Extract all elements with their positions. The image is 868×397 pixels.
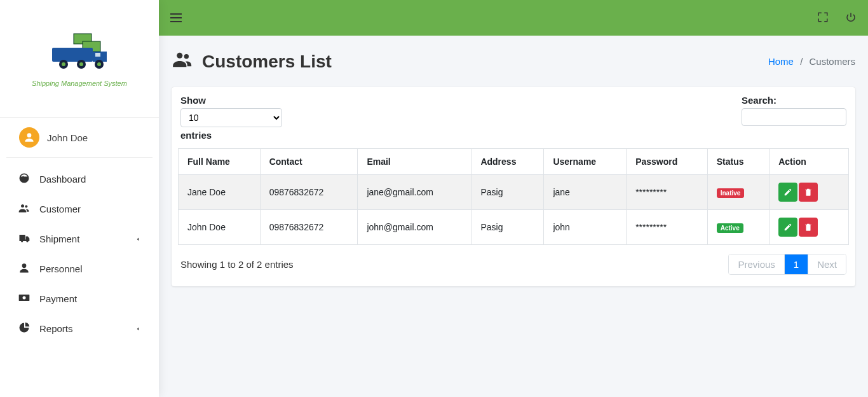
search-input[interactable] (742, 108, 846, 126)
user-name: John Doe (47, 132, 88, 143)
cell-address: Pasig (471, 175, 544, 210)
pagination-prev[interactable]: Previous (729, 254, 784, 274)
col-username[interactable]: Username (544, 149, 627, 175)
person-icon (18, 261, 31, 276)
power-button[interactable] (845, 11, 857, 25)
length-control: Show 10 entries (180, 95, 282, 141)
col-address[interactable]: Address (471, 149, 544, 175)
table-row: John Doe09876832672john@gmail.comPasigjo… (179, 210, 849, 245)
sidebar: Shipping Management System John Doe Dash… (0, 0, 159, 397)
cell-password: ********* (627, 175, 708, 210)
pagination-next[interactable]: Next (808, 254, 846, 274)
cell-contact: 09876832672 (260, 210, 358, 245)
nav-sidebar: Dashboard Customer Shipment (0, 158, 159, 350)
cell-username: jane (544, 175, 627, 210)
pagination: Previous 1 Next (728, 254, 846, 275)
datatable-info: Showing 1 to 2 of 2 entries (180, 259, 294, 270)
status-badge: Active (717, 223, 743, 233)
money-icon (18, 291, 31, 306)
svg-point-10 (97, 62, 101, 66)
cell-action (770, 210, 849, 245)
breadcrumb: Home / Customers (768, 56, 855, 67)
cell-email: john@gmail.com (358, 210, 471, 245)
cell-full-name: Jane Doe (179, 175, 261, 210)
delete-button[interactable] (799, 218, 818, 237)
edit-button[interactable] (778, 183, 797, 202)
breadcrumb-sep: / (796, 56, 806, 67)
sidebar-item-label: Reports (39, 323, 73, 334)
datatable-controls: Show 10 entries Search: (178, 95, 849, 144)
sidebar-item-payment[interactable]: Payment (0, 284, 159, 314)
cell-action (770, 175, 849, 210)
sidebar-item-shipment[interactable]: Shipment (0, 224, 159, 254)
customers-table: Full Name Contact Email Address Username… (178, 148, 849, 245)
page-title-wrap: Customers List (172, 48, 332, 74)
page-title: Customers List (202, 52, 332, 72)
sidebar-item-label: Personnel (39, 263, 83, 274)
svg-point-6 (62, 62, 65, 66)
avatar (19, 127, 39, 148)
sidebar-item-label: Customer (39, 204, 81, 214)
sidebar-item-label: Shipment (39, 233, 79, 244)
col-password[interactable]: Password (627, 149, 708, 175)
status-badge: Inative (717, 188, 745, 198)
topbar (159, 0, 868, 36)
cell-contact: 09876832672 (260, 175, 358, 210)
svg-point-12 (21, 204, 24, 207)
menu-toggle-button[interactable] (170, 10, 186, 25)
svg-rect-4 (95, 53, 100, 57)
col-status[interactable]: Status (707, 149, 769, 175)
col-full-name[interactable]: Full Name (179, 149, 261, 175)
svg-point-18 (184, 54, 189, 59)
table-row: Jane Doe09876832672jane@gmail.comPasigja… (179, 175, 849, 210)
search-control: Search: (742, 95, 846, 141)
datatable-footer: Showing 1 to 2 of 2 entries Previous 1 N… (178, 245, 849, 275)
svg-point-8 (79, 62, 83, 66)
svg-point-14 (22, 263, 27, 268)
delete-button[interactable] (799, 183, 818, 202)
length-suffix: entries (180, 130, 282, 141)
truck-icon (18, 232, 31, 246)
svg-point-11 (27, 133, 32, 137)
col-action[interactable]: Action (770, 149, 849, 175)
user-panel: John Doe (6, 118, 153, 158)
svg-point-16 (23, 296, 26, 300)
users-icon (172, 48, 193, 74)
sidebar-item-personnel[interactable]: Personnel (0, 254, 159, 284)
sidebar-item-label: Payment (39, 293, 77, 304)
breadcrumb-home[interactable]: Home (768, 56, 794, 67)
brand: Shipping Management System (0, 0, 159, 118)
chevron-left-icon (135, 233, 141, 244)
users-icon (18, 202, 31, 216)
sidebar-item-customer[interactable]: Customer (0, 194, 159, 224)
svg-point-13 (25, 205, 27, 208)
brand-logo (44, 30, 114, 77)
content-header: Customers List Home / Customers (159, 36, 868, 81)
cell-status: Inative (707, 175, 769, 210)
cell-username: john (544, 210, 627, 245)
fullscreen-button[interactable] (817, 11, 829, 25)
chevron-left-icon (135, 323, 141, 334)
breadcrumb-current: Customers (809, 56, 855, 67)
svg-point-17 (177, 53, 182, 59)
table-header-row: Full Name Contact Email Address Username… (179, 149, 849, 175)
pagination-page-1[interactable]: 1 (785, 254, 808, 274)
edit-button[interactable] (778, 218, 797, 237)
customers-card: Show 10 entries Search: (172, 87, 855, 286)
cell-email: jane@gmail.com (358, 175, 471, 210)
col-email[interactable]: Email (358, 149, 471, 175)
cell-status: Active (707, 210, 769, 245)
search-label: Search: (742, 95, 846, 106)
chart-pie-icon (18, 321, 31, 336)
length-select[interactable]: 10 (180, 108, 282, 127)
cell-password: ********* (627, 210, 708, 245)
dashboard-icon (18, 172, 31, 186)
cell-full-name: John Doe (179, 210, 261, 245)
sidebar-item-label: Dashboard (39, 174, 86, 185)
cell-address: Pasig (471, 210, 544, 245)
svg-rect-2 (52, 48, 93, 62)
length-label: Show (180, 95, 282, 106)
sidebar-item-dashboard[interactable]: Dashboard (0, 164, 159, 194)
sidebar-item-reports[interactable]: Reports (0, 314, 159, 344)
col-contact[interactable]: Contact (260, 149, 358, 175)
